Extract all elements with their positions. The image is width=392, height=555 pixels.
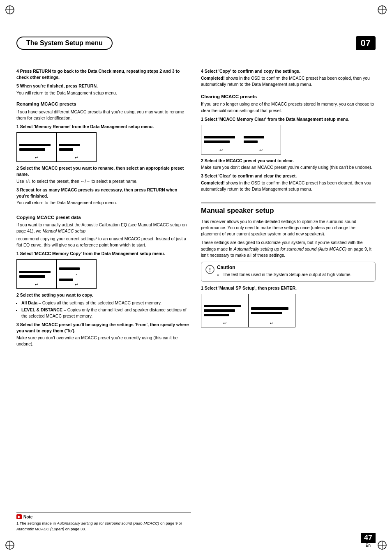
- left-step5-text: You will return to the Data Management s…: [16, 90, 191, 96]
- copying-step3-bold: 3 Select the MCACC preset you'll be copy…: [16, 322, 191, 334]
- arrow-left-4: ↩: [223, 321, 226, 325]
- chapter-number: 07: [356, 36, 376, 50]
- copying-text2: recommend copying your current settings¹…: [16, 236, 191, 248]
- screen-bar-4: [59, 148, 73, 151]
- arrow-right-4: ↩: [270, 321, 273, 325]
- caution-bullet: The test tones used in the System Setup …: [223, 272, 371, 278]
- left-column: 4 Press RETURN to go back to the Data Ch…: [16, 66, 191, 534]
- screen-bar-6: [19, 275, 45, 278]
- main-content: 4 Press RETURN to go back to the Data Ch…: [16, 66, 376, 534]
- renaming-step2-bold: 2 Select the MCACC preset you want to re…: [16, 165, 191, 177]
- clearing-step2-text: Make sure you don't clear an MCACC prese…: [201, 164, 376, 170]
- caution-title: Caution: [217, 265, 371, 270]
- renaming-text: If you have several different MCACC pres…: [16, 109, 191, 121]
- copying-step1-bold: 1 Select 'MCACC Memory Copy' from the Da…: [16, 251, 191, 257]
- note-icon: ▶: [16, 514, 22, 519]
- screen-mockup-clear: ↩ ↩: [201, 125, 281, 154]
- renaming-section: Renaming MCACC presets If you have sever…: [16, 101, 191, 207]
- screen-bar-17: [251, 312, 282, 314]
- header-title: The System Setup menu: [16, 37, 113, 50]
- screen-dot: •: [59, 273, 94, 276]
- screen-arrows-1: ↩ ↩: [17, 155, 96, 160]
- clearing-step1-bold: 1 Select 'MCACC Memory Clear' from the D…: [201, 116, 376, 122]
- page-number: 47: [361, 533, 376, 543]
- manual-setup-section: Manual speaker setup This receiver allow…: [201, 203, 376, 331]
- right-step4-bold: 4 Select 'Copy' to confirm and copy the …: [201, 68, 376, 74]
- screen-bar-1: [19, 144, 51, 146]
- screen-mockup-manual: ↩ ↩: [201, 294, 295, 327]
- screen-arrows-3: ↩ ↩: [201, 148, 281, 152]
- screen-bar-10: [204, 140, 230, 143]
- renaming-step3-text: You will return to the Data Management s…: [16, 200, 191, 206]
- manual-setup-text1: This receiver allows you to make detaile…: [201, 219, 376, 237]
- note-box: ▶ Note 1 The settings made in Automatica…: [16, 512, 191, 534]
- page-header: The System Setup menu 07: [16, 36, 376, 50]
- screen-bar-2: [19, 148, 45, 151]
- manual-setup-heading: Manual speaker setup: [201, 203, 376, 216]
- caution-bullet-list: The test tones used in the System Setup …: [217, 272, 371, 278]
- arrow-left-2: ↩: [35, 282, 38, 287]
- copying-step2-bold: 2 Select the setting you want to copy.: [16, 292, 191, 298]
- screen-bar-12: [244, 140, 258, 143]
- copying-section: Copying MCACC preset data If you want to…: [16, 214, 191, 349]
- arrow-left-3: ↩: [219, 148, 223, 152]
- clearing-text: If you are no longer using one of the MC…: [201, 101, 376, 113]
- screen-bar-11: [244, 136, 264, 138]
- clearing-section: Clearing MCACC presets If you are no lon…: [201, 93, 376, 193]
- svg-text:!: !: [209, 267, 211, 273]
- copying-step3-text: Make sure you don't overwrite an MCACC p…: [16, 335, 191, 347]
- copying-heading: Copying MCACC preset data: [16, 214, 191, 221]
- right-step4-text: Completed! shows in the OSD to confirm t…: [201, 75, 376, 88]
- copying-bullet-list: All Data – Copies all the settings of th…: [16, 300, 191, 320]
- clearing-heading: Clearing MCACC presets: [201, 93, 376, 100]
- screen-bar-3: [59, 144, 80, 146]
- bullet-level-distance: LEVEL & DISTANCE – Copies only the chann…: [21, 307, 191, 319]
- caution-content: Caution The test tones used in the Syste…: [217, 265, 371, 279]
- screen-bar-9: [204, 136, 235, 138]
- arrow-right-3: ↩: [259, 148, 263, 152]
- copying-text1: If you want to manually adjust the Acous…: [16, 222, 191, 234]
- arrow-left-1: ↩: [35, 155, 38, 160]
- screen-bar-14: [204, 309, 235, 312]
- caution-box: ! Caution The test tones used in the Sys…: [201, 262, 376, 282]
- note-text: 1 The settings made in Automatically set…: [16, 520, 191, 532]
- bullet-all-data: All Data – Copies all the settings of th…: [21, 300, 191, 306]
- corner-mark-tl: [4, 4, 16, 16]
- screen-bar-13: [204, 305, 241, 307]
- page-number-box: 47 En: [361, 533, 376, 548]
- screen-mockup-rename: ↩ ↩: [16, 132, 97, 162]
- screen-bar-15: [204, 314, 229, 316]
- renaming-step3-bold: 3 Repeat for as many MCACC presets as ne…: [16, 187, 191, 199]
- screen-bar-8: [59, 279, 73, 281]
- corner-mark-br: [376, 539, 388, 551]
- corner-mark-bl: [4, 539, 16, 551]
- left-step5-bold: 5 When you're finished, press RETURN.: [16, 83, 191, 89]
- clearing-step3-bold: 3 Select 'Clear' to confirm and clear th…: [201, 173, 376, 179]
- note-title: ▶ Note: [16, 514, 191, 519]
- renaming-step1-bold: 1 Select 'Memory Rename' from the Data M…: [16, 124, 191, 130]
- screen-arrows-4: ↩ ↩: [201, 321, 295, 325]
- manual-step1-bold: 1 Select 'Manual SP Setup', then press E…: [201, 285, 376, 291]
- renaming-step2-text: Use ↑/↓ to select the preset, then ←/→ t…: [16, 178, 191, 184]
- screen-bar-5: [19, 271, 51, 273]
- screen-bar-7: [59, 267, 80, 270]
- clearing-step3-text: Completed! shows in the OSD to confirm t…: [201, 180, 376, 192]
- arrow-right-1: ↩: [75, 155, 78, 160]
- note-label: Note: [23, 515, 32, 519]
- caution-icon: !: [205, 265, 214, 274]
- page-en: En: [366, 543, 371, 548]
- screen-arrows-2: ↩ ↩: [17, 282, 96, 287]
- corner-mark-tr: [376, 4, 388, 16]
- right-column: 4 Select 'Copy' to confirm and copy the …: [201, 66, 376, 534]
- renaming-heading: Renaming MCACC presets: [16, 101, 191, 108]
- clearing-step2-bold: 2 Select the MCACC preset you want to cl…: [201, 158, 376, 164]
- left-step4-bold: 4 Press RETURN to go back to the Data Ch…: [16, 68, 191, 81]
- arrow-right-2: ↩: [75, 282, 78, 287]
- screen-bar-16: [251, 307, 288, 310]
- screen-mockup-copy: • ↩ ↩: [16, 259, 97, 289]
- manual-setup-text2: These settings are designed to customize…: [201, 240, 376, 258]
